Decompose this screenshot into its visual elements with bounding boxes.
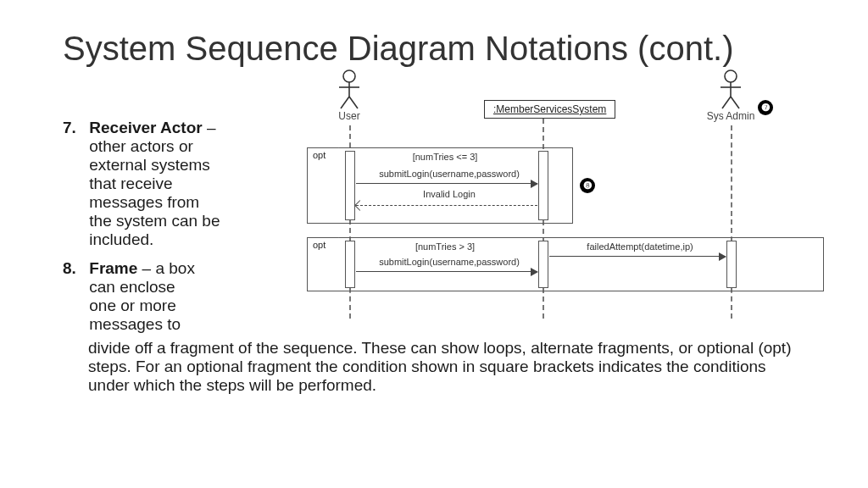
svg-line-4 [349, 97, 358, 108]
bullet-term: Frame [89, 259, 137, 277]
svg-line-3 [341, 97, 349, 108]
actor-user: User [315, 69, 383, 122]
frame-label: opt [307, 147, 339, 162]
guard-2: [numTries > 3] [381, 241, 509, 252]
bullet-number: 8. [63, 259, 85, 278]
object-system: :MemberServicesSystem [484, 100, 615, 119]
arrow-m1 [356, 183, 537, 184]
actor-sysadmin-label: Sys Admin [697, 110, 765, 122]
arrow-m2 [356, 205, 537, 206]
callout-7: ❼ [758, 100, 773, 115]
svg-line-9 [731, 97, 739, 108]
stick-figure-icon [718, 69, 743, 110]
bullet-text-wide: divide off a fragment of the sequence. T… [88, 339, 800, 395]
slide-title: System Sequence Diagram Notations (cont.… [63, 29, 733, 68]
actor-sysadmin: Sys Admin [697, 69, 765, 122]
bullet-text: – other actors or external systems that … [89, 119, 220, 248]
svg-point-5 [725, 70, 737, 82]
arrow-m3 [356, 271, 537, 272]
arrow-m4 [549, 256, 726, 257]
guard-1: [numTries <= 3] [381, 152, 509, 162]
bullet-number: 7. [63, 119, 85, 137]
message-submit-login-1: submitLogin(username,password) [364, 169, 534, 179]
svg-point-0 [343, 70, 355, 82]
message-failed-attempt: failedAttempt(datetime,ip) [568, 241, 712, 252]
callout-8: ❽ [580, 178, 595, 193]
bullet-term: Receiver Actor [89, 119, 202, 136]
bullet-body: Frame – a box can enclose one or more me… [89, 259, 199, 334]
message-invalid-login: Invalid Login [398, 189, 500, 199]
message-submit-login-2: submitLogin(username,password) [364, 257, 534, 267]
bullet-body: Receiver Actor – other actors or externa… [89, 119, 225, 249]
sequence-diagram: User :MemberServicesSystem Sys Admin opt… [237, 73, 848, 319]
frame-label: opt [307, 237, 339, 252]
actor-user-label: User [315, 110, 383, 122]
svg-line-8 [722, 97, 731, 108]
stick-figure-icon [337, 69, 362, 110]
